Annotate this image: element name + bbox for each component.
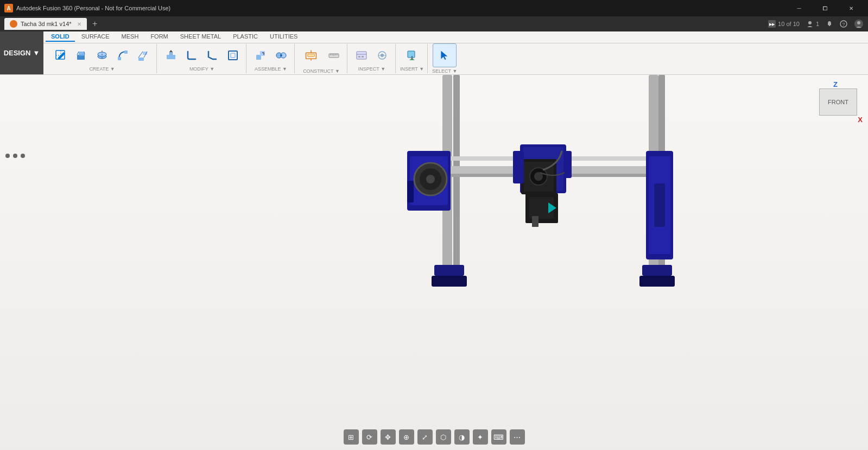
viewport[interactable]: Z FRONT X ⊞ ⟳ ✥ ⊕ ⤢ ⬡ ◑ ✦ ⌨ ⋯ [0,75,868,450]
tab-plastic[interactable]: PLASTIC [227,32,263,42]
grid-button[interactable]: ⊞ [344,429,359,445]
construct-icon [305,49,317,61]
new-component-button[interactable] [251,46,270,65]
view-cube[interactable]: Z FRONT X [819,80,863,124]
tab-utilities[interactable]: UTILITIES [264,32,303,42]
user-icon [854,19,864,29]
insert-group-label[interactable]: INSERT ▼ [400,66,424,72]
shell-icon [227,49,239,61]
pan-button[interactable]: ✥ [381,429,396,445]
svg-rect-62 [432,276,467,287]
press-pull-button[interactable] [161,46,181,65]
chamfer-button[interactable] [202,46,222,65]
add-tab-button[interactable]: + [89,18,101,30]
construct-group-label[interactable]: CONSTRUCT ▼ [303,68,340,74]
insert-group: INSERT ▼ [397,44,428,73]
tab-file-icon [10,20,17,28]
svg-rect-76 [654,183,665,227]
inspect-button[interactable] [352,46,371,65]
notification-badge[interactable]: 1 [806,20,819,28]
tab-bar: Tacha 3d mk1 v14* ✕ + ▶▶ 10 of 10 1 [0,16,868,31]
extrude-button[interactable] [72,46,91,65]
orbit-button[interactable]: ⟳ [362,429,377,445]
svg-point-8 [857,21,860,24]
save-icon: ▶▶ [768,20,776,28]
svg-rect-87 [513,151,524,183]
design-dropdown[interactable]: DESIGN ▼ [0,31,43,74]
svg-text:?: ? [842,22,845,27]
joint-icon [275,49,287,61]
construct-main-button[interactable] [299,43,323,67]
sweep-button[interactable] [113,46,132,65]
svg-rect-53 [408,51,415,58]
tab-form[interactable]: FORM [145,32,173,42]
svg-rect-28 [231,53,235,58]
inspect-group-label[interactable]: INSPECT ▼ [358,66,385,72]
joint-button[interactable] [271,46,291,65]
new-sketch-button[interactable] [51,46,71,65]
insert-main-button[interactable] [402,46,422,65]
section-analysis-button[interactable] [372,46,392,65]
view-cube-face[interactable]: FRONT [819,88,857,116]
svg-line-15 [84,52,85,55]
effects-button[interactable]: ✦ [473,429,488,445]
tab-mesh[interactable]: MESH [116,32,144,42]
display-button[interactable]: ◑ [454,429,470,445]
tab-close-button[interactable]: ✕ [77,21,81,27]
title-bar: A Autodesk Fusion 360 (Personal - Not fo… [0,0,868,16]
bottom-toolbar: ⊞ ⟳ ✥ ⊕ ⤢ ⬡ ◑ ✦ ⌨ ⋯ [344,429,525,445]
svg-marker-56 [441,52,447,60]
tab-bar-info: ▶▶ 10 of 10 1 ? [768,19,864,29]
bell-button[interactable] [826,20,833,28]
fillet-button[interactable] [182,46,201,65]
maximize-button[interactable]: ⧠ [813,0,838,16]
measure-ruler-button[interactable] [324,46,344,65]
active-document-tab[interactable]: Tacha 3d mk1 v14* ✕ [4,18,87,30]
perspective-button[interactable]: ⬡ [436,429,451,445]
close-button[interactable]: ✕ [839,0,864,16]
window-controls: ─ ⧠ ✕ [787,0,864,16]
assemble-group-label[interactable]: ASSEMBLE ▼ [255,66,287,72]
user-button[interactable] [854,19,864,29]
save-status: ▶▶ 10 of 10 [768,20,800,28]
svg-rect-19 [118,57,121,60]
svg-rect-64 [639,276,675,287]
sketch-icon [55,49,67,61]
svg-rect-63 [642,265,672,276]
svg-rect-73 [407,181,414,202]
svg-marker-26 [169,50,173,52]
svg-text:A: A [7,5,10,11]
more-options-button[interactable]: ⋯ [510,429,525,445]
tab-label: Tacha 3d mk1 v14* [21,21,72,27]
create-group-label[interactable]: CREATE ▼ [89,66,115,72]
3d-printer-model [0,75,868,450]
design-label: DESIGN [4,49,31,57]
minimize-button[interactable]: ─ [787,0,812,16]
loft-button[interactable] [134,46,153,65]
tab-surface[interactable]: SURFACE [76,32,115,42]
select-button[interactable] [433,43,457,67]
toolbar-tab-row: SOLID SURFACE MESH FORM SHEET METAL PLAS… [43,31,868,43]
inspect-group: INSPECT ▼ [349,44,396,73]
svg-point-35 [280,54,282,56]
zoom-button[interactable]: ⊕ [399,429,414,445]
tab-solid[interactable]: SOLID [46,32,75,42]
help-button[interactable]: ? [840,20,847,28]
fit-button[interactable]: ⤢ [417,429,433,445]
svg-rect-46 [357,52,366,59]
modify-group-label[interactable]: MODIFY ▼ [189,66,214,72]
construct-group: CONSTRUCT ▼ [296,44,347,73]
tab-sheet-metal[interactable]: SHEET METAL [175,32,226,42]
modify-group: MODIFY ▼ [158,44,246,73]
revolve-button[interactable] [92,46,112,65]
assemble-tools [251,46,291,65]
keyboard-shortcut-button[interactable]: ⌨ [491,429,506,445]
svg-rect-21 [138,58,144,61]
shell-button[interactable] [223,46,243,65]
3d-model-area[interactable] [0,75,868,450]
section-analysis-icon [376,49,388,61]
create-group: CREATE ▼ [48,44,157,73]
toolbar: DESIGN ▼ SOLID SURFACE MESH FORM SHEET M… [0,31,868,75]
select-group-label[interactable]: SELECT ▼ [432,68,457,74]
fillet-icon [186,49,198,61]
